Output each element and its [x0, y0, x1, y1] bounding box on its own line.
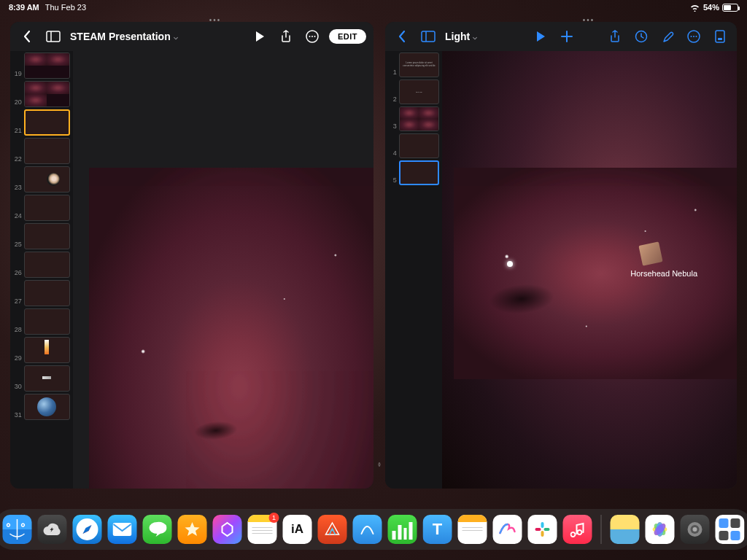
add-button[interactable] — [557, 27, 576, 46]
document-title[interactable]: STEAM Presentation ⌵ — [70, 31, 178, 42]
dock-app-photos-recent[interactable] — [611, 515, 640, 544]
slide-thumb-31[interactable] — [24, 394, 70, 420]
right-toolbar: Light ⌵ — [385, 22, 737, 51]
dock-app-photos[interactable] — [646, 515, 675, 544]
slide-thumb-22[interactable] — [24, 138, 70, 164]
slide-canvas-left[interactable]: Orion Molecular Cloud Complex Digital Pa… — [73, 51, 374, 489]
dock-app-shortcuts[interactable] — [213, 515, 242, 544]
share-button[interactable] — [605, 27, 624, 46]
svg-rect-16 — [541, 522, 544, 528]
slide-content-left: Orion Molecular Cloud Complex Digital Pa… — [89, 168, 374, 489]
left-toolbar: STEAM Presentation ⌵ EDIT — [10, 22, 374, 51]
battery-percent: 54% — [703, 3, 719, 12]
back-button[interactable] — [18, 27, 36, 46]
slide-thumb-21[interactable] — [24, 109, 70, 136]
play-button[interactable] — [250, 27, 269, 46]
dock-app-music[interactable] — [563, 515, 592, 544]
notes-badge: 1 — [269, 513, 279, 523]
slide-thumb-r1[interactable]: Lorem ipsum dolor sit amet consectetur a… — [399, 52, 439, 77]
status-time: 8:39 AM — [9, 3, 39, 12]
slide-thumb-r4[interactable] — [399, 133, 439, 158]
slide-thumb-r5[interactable] — [399, 160, 439, 185]
share-button[interactable] — [276, 27, 295, 46]
svg-point-5 — [314, 36, 315, 37]
dock-separator — [601, 515, 602, 544]
keynote-right-pane: Light ⌵ — [385, 22, 737, 489]
slide-navigator-left[interactable]: 19 20 21 22 23 24 25 26 27 28 29 30 31 — [10, 51, 73, 489]
slide-thumb-23[interactable] — [24, 166, 70, 192]
dock-app-settings[interactable] — [681, 515, 710, 544]
edit-button[interactable]: EDIT — [329, 29, 366, 44]
svg-point-12 — [696, 36, 697, 37]
sidebar-toggle-button[interactable] — [419, 27, 438, 46]
svg-rect-17 — [544, 528, 550, 531]
svg-point-3 — [309, 36, 310, 37]
status-date: Thu Feb 23 — [45, 3, 86, 12]
back-button[interactable] — [392, 27, 411, 46]
chevron-down-icon: ⌵ — [473, 33, 477, 41]
dock-app-messages[interactable] — [143, 515, 172, 544]
svg-point-10 — [691, 36, 692, 37]
dock-app-mail[interactable] — [108, 515, 137, 544]
slide-thumb-19[interactable] — [24, 52, 70, 79]
slide-thumb-20[interactable] — [24, 81, 70, 107]
dock-app-affinity[interactable] — [318, 515, 347, 544]
dock-app-reminders[interactable] — [458, 515, 487, 544]
dock-app-numbers[interactable] — [388, 515, 417, 544]
svg-rect-18 — [541, 531, 544, 537]
dock-app-slack[interactable] — [528, 515, 557, 544]
dock-app-finder[interactable] — [3, 515, 32, 544]
dock: 1 iA T — [0, 509, 747, 550]
dock-app-things[interactable]: T — [423, 515, 452, 544]
slide-content-right: Horsehead Nebula — [454, 168, 737, 379]
slide-thumb-30[interactable] — [24, 365, 70, 392]
slide-caption-right: Horsehead Nebula — [630, 269, 697, 278]
svg-rect-15 — [113, 523, 132, 536]
battery-icon — [722, 4, 738, 12]
slide-thumb-24[interactable] — [24, 195, 70, 221]
svg-rect-13 — [716, 31, 724, 42]
svg-rect-0 — [47, 31, 60, 42]
slide-thumb-r3[interactable] — [399, 106, 439, 131]
dock-app-notes[interactable]: 1 — [248, 515, 277, 544]
svg-point-4 — [311, 36, 313, 37]
svg-rect-14 — [718, 38, 722, 40]
slide-thumb-29[interactable] — [24, 337, 70, 363]
slide-navigator-right[interactable]: 1Lorem ipsum dolor sit amet consectetur … — [385, 51, 442, 489]
dock-app-iawriter[interactable]: iA — [283, 515, 312, 544]
sidebar-toggle-button[interactable] — [44, 27, 63, 46]
history-button[interactable] — [632, 27, 651, 46]
slide-thumb-26[interactable] — [24, 252, 70, 278]
slide-thumb-28[interactable] — [24, 308, 70, 335]
document-title[interactable]: Light ⌵ — [445, 31, 477, 42]
svg-point-11 — [693, 36, 694, 37]
play-button[interactable] — [531, 27, 550, 46]
dock-app-files[interactable] — [716, 515, 745, 544]
slide-thumb-r2[interactable]: text line — [399, 79, 439, 104]
chevron-down-icon: ⌵ — [174, 33, 178, 41]
dock-app-tips[interactable] — [178, 515, 207, 544]
slide-canvas-right[interactable]: Horsehead Nebula — [442, 51, 737, 489]
split-divider[interactable] — [376, 22, 382, 489]
slide-thumb-25[interactable] — [24, 223, 70, 249]
dock-app-safari[interactable] — [73, 515, 102, 544]
wifi-icon — [689, 4, 700, 12]
dock-app-cloud[interactable] — [38, 515, 67, 544]
more-button[interactable] — [684, 27, 703, 46]
status-bar: 8:39 AM Thu Feb 23 54% — [0, 0, 747, 15]
dock-app-freeform2[interactable] — [493, 515, 522, 544]
svg-point-28 — [693, 527, 697, 532]
keynote-left-pane: STEAM Presentation ⌵ EDIT 19 20 21 22 23 — [10, 22, 374, 489]
dock-app-freeform[interactable] — [353, 515, 382, 544]
format-brush-button[interactable] — [658, 27, 677, 46]
slide-thumb-27[interactable] — [24, 280, 70, 306]
more-button[interactable] — [303, 27, 322, 46]
document-settings-button[interactable] — [711, 27, 729, 46]
svg-rect-6 — [422, 31, 435, 42]
svg-rect-19 — [535, 528, 541, 531]
